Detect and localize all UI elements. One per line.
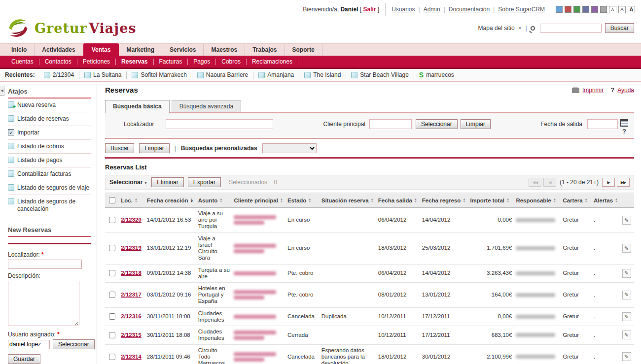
row-checkbox[interactable] [109,292,115,298]
sort-icon[interactable]: ▲▼ [463,198,465,203]
column-header-alertas[interactable]: Alertas▲▼ [592,193,620,208]
shortcut-listado-de-cobros[interactable]: Listado de cobros [8,140,91,154]
recent-item-sofitel-marrakech[interactable]: Sofitel Marrakech [127,71,191,79]
exportar-button[interactable]: Exportar [188,177,221,187]
usuario-asignado-field[interactable] [8,340,50,349]
shortcut-contabilizar-facturas[interactable]: Contabilizar facturas [8,167,91,181]
search-tab-b-squeda-avanzada[interactable]: Búsqueda avanzada [172,100,241,112]
tab-soporte[interactable]: Soporte [285,44,322,56]
edit-pencil-icon[interactable]: ✎ [622,312,631,321]
sort-icon[interactable]: ▲▼ [308,198,311,203]
row-checkbox[interactable] [109,332,115,338]
recent-item-2-12304[interactable]: 2/12304 [39,71,79,79]
column-header-cliente-principal[interactable]: Cliente principal▲▼ [232,193,285,208]
limpiar-button[interactable]: Limpiar [139,143,169,153]
font-size-button-2[interactable]: A [618,6,626,13]
calendar-icon[interactable] [620,119,628,127]
shortcut-nueva-reserva[interactable]: Nueva reserva [8,99,91,112]
saved-searches-select[interactable] [262,143,317,153]
subnav-item-contactos[interactable]: Contactos [39,57,77,66]
recent-item-naoura-barriere[interactable]: Naoura Barriere [192,71,253,79]
shortcut-listado-de-seguros-de-cancelaci-n[interactable]: Listado de seguros de cancelación [8,195,91,216]
subnav-item-reclamaciones[interactable]: Reclamaciones [247,57,298,66]
row-checkbox[interactable] [109,270,115,276]
sort-icon[interactable]: ▲▼ [371,198,374,203]
search-fecha-input[interactable] [587,119,618,129]
seleccionar-dropdown[interactable]: Seleccionar▼ [109,179,147,186]
theme-swatch-4[interactable] [582,6,589,13]
recent-item-the-island[interactable]: The Island [299,71,346,79]
guardar-button[interactable]: Guardar [8,354,40,364]
sort-icon[interactable]: ▲▼ [280,198,283,203]
theme-swatch-1[interactable] [556,6,563,13]
top-link-usuarios[interactable]: Usuarios [392,6,415,13]
page-last-button[interactable]: ▶▶ [617,178,630,187]
sidebar-collapse-handle[interactable]: ◀ [0,86,4,96]
edit-pencil-icon[interactable]: ✎ [622,244,631,253]
reserva-link[interactable]: 2/12319 [121,245,142,251]
subnav-item-pagos[interactable]: Pagos [188,57,215,66]
tab-inicio[interactable]: Inicio [4,44,35,56]
column-header-estado[interactable]: Estado▲▼ [285,193,320,208]
column-header-fecha-creaci-n[interactable]: Fecha creación▲▼ [145,193,196,208]
theme-swatch-5[interactable] [591,6,598,13]
recent-item-la-sultana[interactable]: La Sultana [79,71,126,79]
row-checkbox[interactable] [109,217,115,223]
recent-item-amanjana[interactable]: Amanjana [253,71,299,79]
buscar-button[interactable]: Buscar [105,143,134,153]
reserva-link[interactable]: 2/12318 [121,270,142,276]
font-size-button-1[interactable]: A [609,6,616,13]
subnav-item-facturas[interactable]: Facturas [154,57,188,66]
sort-icon[interactable]: ▲▼ [506,198,509,203]
recent-item-marruecos[interactable]: Smarruecos [414,71,459,79]
edit-pencil-icon[interactable]: ✎ [622,216,631,225]
reserva-link[interactable]: 2/12320 [121,217,142,223]
row-checkbox[interactable] [109,245,115,251]
sort-icon[interactable]: ▲▼ [135,198,138,203]
subnav-item-peticiones[interactable]: Peticiones [77,57,115,66]
tab-marketing[interactable]: Marketing [119,44,162,56]
theme-swatch-6[interactable] [600,6,607,13]
edit-pencil-icon[interactable]: ✎ [622,269,631,278]
cliente-limpiar-button[interactable]: Limpiar [461,119,491,129]
sort-icon[interactable]: ▲▼ [190,198,194,203]
column-header-fecha-regreso[interactable]: Fecha regreso▲▼ [420,193,468,208]
descripcion-field[interactable] [8,281,79,326]
top-link-documentaci-n[interactable]: Documentación [449,6,490,13]
sort-icon[interactable]: ▲▼ [414,198,417,203]
tab-servicios[interactable]: Servicios [162,44,204,56]
page-prev-button[interactable]: ◀ [543,178,556,187]
column-header-fecha-salida[interactable]: Fecha salida▲▼ [376,193,420,208]
edit-pencil-icon[interactable]: ✎ [622,291,631,299]
row-checkbox[interactable] [109,354,115,360]
ayuda-link[interactable]: Ayuda [617,87,634,94]
search-localizador-input[interactable] [166,119,273,129]
usuario-seleccionar-button[interactable]: Seleccionar [53,339,95,349]
localizador-field[interactable] [8,260,82,269]
sort-icon[interactable]: ▲▼ [553,198,556,203]
shortcut-importar[interactable]: ↙Importar [8,126,91,140]
tab-actividades[interactable]: Actividades [35,44,83,56]
sitemap-link[interactable]: Mapa del sitio [478,25,515,32]
logout-link[interactable]: Salir [363,6,376,13]
column-header-asunto[interactable]: Asunto▲▼ [196,193,232,208]
eliminar-button[interactable]: Eliminar [151,177,183,187]
theme-swatch-3[interactable] [573,6,580,13]
reserva-link[interactable]: 2/12315 [121,332,142,338]
tab-maestros[interactable]: Maestros [204,44,245,56]
page-next-button[interactable]: ▶ [602,178,615,187]
cliente-seleccionar-button[interactable]: Seleccionar [416,119,458,129]
page-first-button[interactable]: ◀◀ [529,178,541,187]
search-icon[interactable] [531,26,535,31]
shortcut-listado-de-reservas[interactable]: Listado de reservas [8,112,91,126]
reserva-link[interactable]: 2/12314 [121,354,142,360]
sort-icon[interactable]: ▲▼ [615,198,618,203]
select-all-checkbox[interactable] [109,197,115,203]
top-link-sobre-sugarcrm[interactable]: Sobre SugarCRM [498,6,545,13]
reserva-link[interactable]: 2/12316 [121,313,142,319]
row-checkbox[interactable] [109,313,115,320]
column-header-situaci-n-reserva[interactable]: Situación reserva▲▼ [320,193,376,208]
column-header-cartera[interactable]: Cartera▲▼ [561,193,592,208]
edit-pencil-icon[interactable]: ✎ [622,331,631,339]
search-tab-b-squeda-b-sica[interactable]: Búsqueda básica [105,100,170,113]
